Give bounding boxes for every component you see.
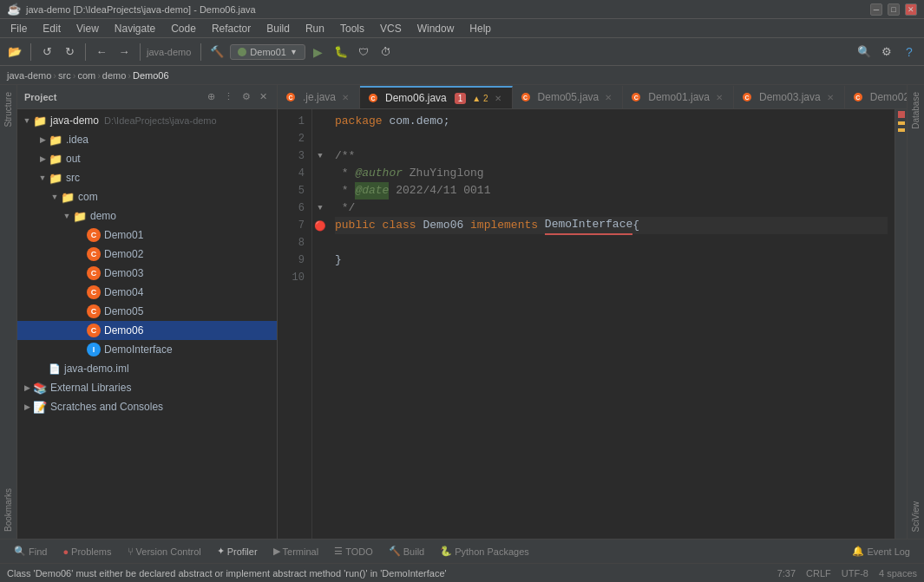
minimize-button[interactable]: ─ — [870, 3, 882, 16]
tab-close-demo05[interactable]: ✕ — [603, 92, 613, 103]
tree-folder-icon-src: 📁 — [49, 172, 62, 185]
menu-run[interactable]: Run — [298, 21, 331, 36]
menu-refactor[interactable]: Refactor — [205, 21, 258, 36]
tree-item-root[interactable]: ▼ 📁 java-demo D:\IdeaProjects\java-demo — [17, 111, 277, 130]
tree-item-demo04[interactable]: ▶ C Demo04 — [17, 283, 277, 302]
menu-view[interactable]: View — [69, 21, 106, 36]
tree-item-out[interactable]: ▶ 📁 out — [17, 149, 277, 168]
left-vertical-panel: Structure Bookmarks — [0, 85, 17, 539]
tab-close-demo06[interactable]: ✕ — [493, 93, 503, 104]
tree-label-demo04: Demo04 — [104, 286, 143, 298]
help-btn[interactable]: ? — [900, 43, 919, 62]
build-icon: 🔨 — [389, 546, 401, 557]
tree-item-demo01[interactable]: ▶ C Demo01 — [17, 226, 277, 245]
tab-close-je[interactable]: ✕ — [340, 92, 351, 103]
breadcrumb-src[interactable]: src — [58, 70, 71, 81]
tree-item-extlibs[interactable]: ▶ 📚 External Libraries — [17, 378, 277, 397]
sciview-panel-label[interactable]: SciView — [911, 494, 921, 539]
status-indent[interactable]: 4 spaces — [879, 568, 917, 579]
bottom-profiler[interactable]: ✦ Profiler — [210, 543, 265, 559]
bottom-python[interactable]: 🐍 Python Packages — [433, 543, 536, 559]
terminal-label: Terminal — [283, 546, 319, 557]
menu-window[interactable]: Window — [410, 21, 462, 36]
tree-item-src[interactable]: ▼ 📁 src — [17, 168, 277, 187]
bottom-vcs[interactable]: ⑂ Version Control — [121, 543, 208, 560]
status-encoding[interactable]: UTF-8 — [842, 568, 868, 579]
menu-build[interactable]: Build — [259, 21, 297, 36]
sidebar-settings-icon[interactable]: ⚙ — [239, 90, 253, 103]
gutter-9 — [312, 252, 328, 269]
coverage-button[interactable]: 🛡 — [354, 43, 373, 62]
tab-demo05[interactable]: C Demo05.java ✕ — [513, 86, 624, 108]
run-button[interactable]: ▶ — [309, 43, 328, 62]
tree-class-icon-demo05: C — [87, 304, 101, 318]
sidebar-close-icon[interactable]: ✕ — [257, 90, 270, 103]
bottom-terminal[interactable]: ▶ Terminal — [266, 543, 326, 559]
bottom-build[interactable]: 🔨 Build — [382, 543, 431, 559]
debug-button[interactable]: 🐛 — [331, 43, 351, 62]
sidebar-add-icon[interactable]: ⊕ — [205, 90, 218, 103]
breadcrumb-project[interactable]: java-demo — [7, 70, 51, 81]
bottom-find[interactable]: 🔍 Find — [7, 543, 54, 559]
tree-item-demointerface[interactable]: ▶ I DemoInterface — [17, 340, 277, 359]
close-button[interactable]: ✕ — [905, 3, 917, 16]
menu-tools[interactable]: Tools — [333, 21, 371, 36]
bottom-eventlog[interactable]: 🔔 Event Log — [845, 543, 917, 559]
settings-btn[interactable]: ⚙ — [877, 43, 896, 62]
bookmarks-panel-label[interactable]: Bookmarks — [3, 481, 13, 539]
tab-close-demo01[interactable]: ✕ — [714, 92, 724, 103]
menu-navigate[interactable]: Navigate — [108, 21, 162, 36]
toolbar-open-btn[interactable]: 📂 — [5, 43, 24, 62]
breadcrumb-demo06[interactable]: Demo06 — [133, 70, 169, 81]
bottom-problems[interactable]: ● Problems — [56, 544, 118, 559]
tree-item-iml[interactable]: ▶ 📄 java-demo.iml — [17, 359, 277, 378]
gutter-fold-6[interactable]: ▼ — [318, 204, 322, 213]
status-position[interactable]: 7:37 — [777, 568, 796, 579]
tree-item-com[interactable]: ▼ 📁 com — [17, 187, 277, 206]
toolbar-undo-btn[interactable]: ↺ — [37, 43, 56, 62]
tree-item-scratches[interactable]: ▶ 📝 Scratches and Consoles — [17, 397, 277, 416]
tab-demo02[interactable]: C Demo02.java ✕ — [845, 86, 907, 108]
code-content[interactable]: package com.demo; /** * @author ZhuYingl… — [328, 109, 895, 539]
status-line-ending[interactable]: CRLF — [806, 568, 831, 579]
run-config-selector[interactable]: Demo01 ▼ — [230, 44, 305, 60]
tab-je[interactable]: C .je.java ✕ — [278, 86, 360, 108]
menu-vcs[interactable]: VCS — [373, 21, 409, 36]
menu-code[interactable]: Code — [164, 21, 203, 36]
toolbar-nav-fwd-btn[interactable]: → — [115, 43, 134, 62]
tab-demo03[interactable]: C Demo03.java ✕ — [734, 86, 845, 108]
toolbar-build-btn[interactable]: 🔨 — [207, 43, 226, 62]
gutter-fold-3[interactable]: ▼ — [318, 152, 322, 160]
tree-item-demo[interactable]: ▼ 📁 demo — [17, 206, 277, 226]
tree-item-idea[interactable]: ▶ 📁 .idea — [17, 130, 277, 149]
structure-panel-label[interactable]: Structure — [3, 85, 13, 134]
python-icon: 🐍 — [440, 546, 452, 557]
tree-folder-icon-scratches: 📝 — [33, 401, 47, 414]
tree-item-demo06[interactable]: ▶ C Demo06 — [17, 321, 277, 340]
toolbar-redo-btn[interactable]: ↻ — [60, 43, 79, 62]
profile-button[interactable]: ⏱ — [377, 43, 396, 62]
code-editor[interactable]: 1 2 3 4 5 6 7 8 9 10 ▼ — [278, 109, 907, 539]
tree-item-demo05[interactable]: ▶ C Demo05 — [17, 302, 277, 321]
database-panel-label[interactable]: Database — [911, 85, 921, 136]
breadcrumb-com[interactable]: com — [77, 70, 95, 81]
breadcrumb-demo[interactable]: demo — [102, 70, 127, 81]
tree-label-root: java-demo — [50, 114, 99, 127]
menu-file[interactable]: File — [3, 21, 34, 36]
tree-label-demointerface: DemoInterface — [104, 343, 173, 356]
menu-help[interactable]: Help — [462, 21, 498, 36]
gutter-1 — [312, 113, 328, 130]
tab-demo06[interactable]: C Demo06.java 1 ▲ 2 ✕ — [360, 86, 513, 108]
tree-item-demo02[interactable]: ▶ C Demo02 — [17, 245, 277, 264]
search-everywhere-btn[interactable]: 🔍 — [855, 43, 874, 62]
tab-demo01[interactable]: C Demo01.java ✕ — [623, 86, 734, 108]
toolbar-nav-back-btn[interactable]: ← — [92, 43, 111, 62]
sidebar-layout-icon[interactable]: ⋮ — [221, 90, 236, 103]
breadcrumb-sep-3: › — [97, 70, 101, 81]
tab-close-demo03[interactable]: ✕ — [825, 92, 836, 103]
tab-label-je: .je.java — [303, 91, 336, 103]
bottom-todo[interactable]: ☰ TODO — [327, 543, 380, 559]
maximize-button[interactable]: □ — [888, 3, 900, 16]
menu-edit[interactable]: Edit — [36, 21, 68, 36]
tree-item-demo03[interactable]: ▶ C Demo03 — [17, 264, 277, 283]
